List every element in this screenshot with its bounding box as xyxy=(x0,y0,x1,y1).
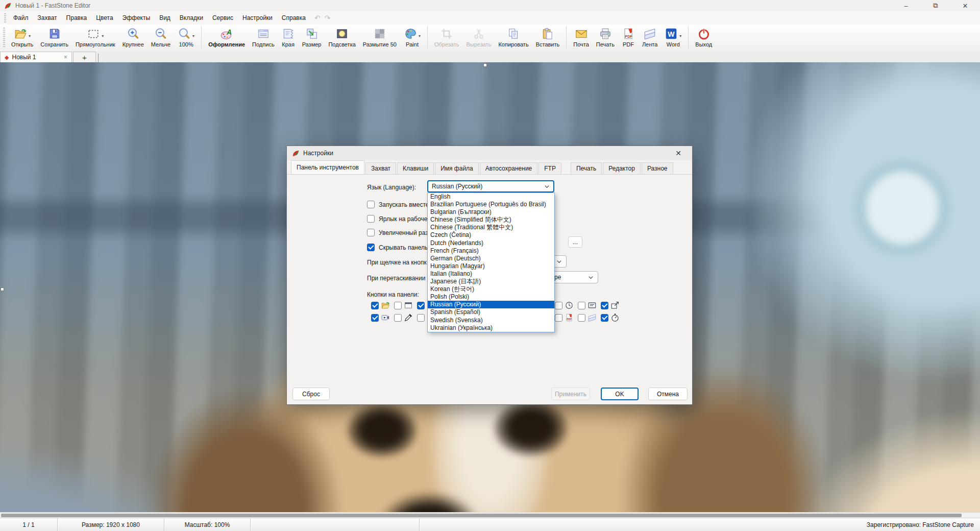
canvas-resize-handle-top[interactable] xyxy=(483,63,487,67)
toolbar-button-blur[interactable]: Размытие 50 xyxy=(359,25,400,51)
toolbar-button-copy[interactable]: Копировать xyxy=(495,25,532,51)
checkbox[interactable] xyxy=(367,229,375,236)
toolbar-button-print[interactable]: Печать xyxy=(593,25,618,51)
browse-button[interactable]: ... xyxy=(568,236,582,248)
dialog-tab-Захват[interactable]: Захват xyxy=(365,162,396,174)
language-option[interactable]: Polish (Polski) xyxy=(428,293,554,301)
toolbar-button-open[interactable]: ▾Открыть xyxy=(8,25,37,51)
language-option[interactable]: Brazilian Portuguese (Português do Brasi… xyxy=(428,201,554,208)
checkbox[interactable] xyxy=(394,302,402,309)
checkbox[interactable] xyxy=(601,302,608,309)
canvas-resize-handle-left[interactable] xyxy=(1,287,4,291)
menu-item-Эффекты[interactable]: Эффекты xyxy=(118,12,155,23)
checkbox[interactable] xyxy=(371,314,379,322)
toolbar-button-draw[interactable]: AОформление xyxy=(205,25,249,51)
dialog-tab-Разное[interactable]: Разное xyxy=(642,162,673,174)
document-tab[interactable]: ◆ Новый 1 × xyxy=(0,52,72,62)
reset-button[interactable]: Сброс xyxy=(292,388,330,400)
menu-item-Захват[interactable]: Захват xyxy=(33,12,62,23)
menu-item-Файл[interactable]: Файл xyxy=(9,12,33,23)
checkbox[interactable] xyxy=(367,215,375,223)
undo-icon[interactable]: ↶ xyxy=(314,14,321,22)
toolbar-button-paste[interactable]: Вставить xyxy=(532,25,564,51)
language-option[interactable]: Korean (한국어) xyxy=(428,285,554,293)
toolbar-button-resize[interactable]: Размер xyxy=(299,25,325,51)
toolbar-button-edge[interactable]: Края xyxy=(278,25,299,51)
toolbar-button-select[interactable]: ▾Прямоугольник xyxy=(72,25,119,51)
dialog-tab-Имя файла[interactable]: Имя файла xyxy=(435,162,479,174)
toolbar-button-word[interactable]: W▾Word xyxy=(661,25,685,51)
language-option[interactable]: Italian (Italiano) xyxy=(428,270,554,278)
language-option[interactable]: Bulgarian (Български) xyxy=(428,208,554,216)
horizontal-scrollbar-thumb[interactable] xyxy=(1,514,962,517)
checkbox[interactable] xyxy=(555,302,562,309)
dialog-title-bar[interactable]: Настройки ✕ xyxy=(287,146,692,160)
checkbox[interactable] xyxy=(371,302,379,309)
toolbar-button-exit[interactable]: Выход xyxy=(692,25,716,51)
language-option[interactable]: Ukrainian (Українська) xyxy=(428,324,554,332)
dropdown-arrow-icon[interactable]: ▾ xyxy=(102,34,104,41)
panel-buttons-label: Кнопки на панели: xyxy=(367,291,419,298)
toolbar-button-paint[interactable]: ▾Paint xyxy=(400,25,424,51)
dropdown-arrow-icon[interactable]: ▾ xyxy=(679,34,681,41)
language-option[interactable]: Czech (Četina) xyxy=(428,231,554,239)
toolbar-button-zoom-out[interactable]: Мельче xyxy=(148,25,174,51)
checkbox[interactable] xyxy=(555,314,562,322)
checkbox[interactable] xyxy=(578,314,585,322)
menu-item-Справка[interactable]: Справка xyxy=(277,12,310,23)
dialog-tab-Редактор[interactable]: Редактор xyxy=(603,162,641,174)
checkbox[interactable] xyxy=(417,314,425,322)
language-option[interactable]: Spanish (Español) xyxy=(428,308,554,316)
language-option[interactable]: English xyxy=(428,193,554,201)
checkbox[interactable] xyxy=(601,314,608,322)
close-button[interactable]: ✕ xyxy=(950,0,980,11)
language-option[interactable]: Russian (Русский) xyxy=(428,301,554,308)
language-option[interactable]: German (Deutsch) xyxy=(428,255,554,262)
toolbar-button-zoom-in[interactable]: Крупнее xyxy=(119,25,148,51)
checkbox[interactable] xyxy=(367,244,375,251)
new-tab-button[interactable]: + xyxy=(73,52,96,62)
toolbar-button-pdf[interactable]: PDFPDF xyxy=(618,25,639,51)
checkbox[interactable] xyxy=(394,314,402,322)
checkbox[interactable] xyxy=(578,302,585,309)
menu-item-Вид[interactable]: Вид xyxy=(155,12,175,23)
language-option[interactable]: French (Français) xyxy=(428,247,554,255)
cancel-button[interactable]: Отмена xyxy=(648,388,688,400)
toolbar-button-ribbon[interactable]: Лента xyxy=(639,25,661,51)
toolbar-button-spotlight[interactable]: Подсветка xyxy=(325,25,359,51)
menu-item-Сервис[interactable]: Сервис xyxy=(208,12,238,23)
language-dropdown-list[interactable]: EnglishBrazilian Portuguese (Português d… xyxy=(427,192,555,332)
tab-close-icon[interactable]: × xyxy=(64,54,67,61)
checkbox[interactable] xyxy=(417,302,425,309)
language-combobox[interactable]: Russian (Русский) xyxy=(427,180,554,192)
language-option[interactable]: Hungarian (Magyar) xyxy=(428,262,554,270)
toolbar-button-caption[interactable]: Подпись xyxy=(249,25,278,51)
checkbox[interactable] xyxy=(367,201,375,208)
language-option[interactable]: Dutch (Nederlands) xyxy=(428,239,554,247)
dropdown-arrow-icon[interactable]: ▾ xyxy=(419,34,421,41)
toolbar-button-zoom-100[interactable]: ▾100% xyxy=(174,25,198,51)
dialog-tab-FTP[interactable]: FTP xyxy=(538,162,561,174)
dropdown-arrow-icon[interactable]: ▾ xyxy=(192,34,194,41)
maximize-button[interactable]: ⧉ xyxy=(921,0,950,11)
language-option[interactable]: Chinese (Simplified 简体中文) xyxy=(428,216,554,224)
dialog-tab-Печать[interactable]: Печать xyxy=(571,162,602,174)
dialog-tab-Автосохранение[interactable]: Автосохранение xyxy=(480,162,537,174)
dialog-tab-Клавиши[interactable]: Клавиши xyxy=(397,162,434,174)
menu-item-Вкладки[interactable]: Вкладки xyxy=(175,12,208,23)
status-zoom: Масштаб: 100% xyxy=(164,518,251,531)
minimize-button[interactable]: – xyxy=(891,0,921,11)
dialog-tab-Панель инструментов[interactable]: Панель инструментов xyxy=(291,160,364,174)
language-option[interactable]: Swedish (Svenska) xyxy=(428,317,554,324)
menu-item-Настройки[interactable]: Настройки xyxy=(238,12,277,23)
toolbar-button-save[interactable]: Сохранить xyxy=(37,25,72,51)
language-option[interactable]: Japanese (日本語) xyxy=(428,278,554,285)
dialog-close-icon[interactable]: ✕ xyxy=(670,149,687,157)
dropdown-arrow-icon[interactable]: ▾ xyxy=(29,34,31,41)
menu-item-Правка[interactable]: Правка xyxy=(62,12,92,23)
menu-item-Цвета[interactable]: Цвета xyxy=(91,12,117,23)
toolbar-button-mail[interactable]: Почта xyxy=(570,25,593,51)
ok-button[interactable]: OK xyxy=(601,388,639,400)
redo-icon[interactable]: ↷ xyxy=(325,14,331,22)
language-option[interactable]: Chinese (Traditional 繁體中文) xyxy=(428,224,554,231)
